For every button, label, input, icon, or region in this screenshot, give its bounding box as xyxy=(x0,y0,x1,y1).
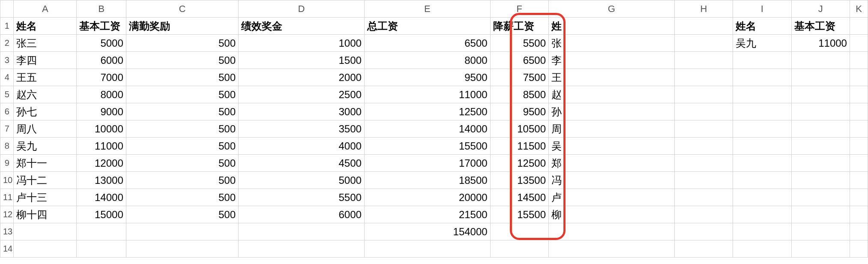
cell[interactable]: 李 xyxy=(549,52,675,69)
cell[interactable]: 500 xyxy=(126,35,238,52)
cell[interactable]: 2500 xyxy=(239,86,365,103)
cell[interactable] xyxy=(791,155,850,172)
row-9[interactable]: 9 郑十一 12000 500 4500 17000 12500 郑 xyxy=(0,155,868,172)
cell[interactable] xyxy=(490,240,548,258)
cell[interactable]: 500 xyxy=(126,103,238,120)
cell[interactable]: 吴九 xyxy=(14,138,77,155)
cell[interactable]: 15500 xyxy=(364,138,490,155)
cell[interactable] xyxy=(733,240,791,258)
row-8[interactable]: 8 吴九 11000 500 4000 15500 11500 吴 xyxy=(0,138,868,155)
cell[interactable]: 500 xyxy=(126,52,238,69)
cell[interactable] xyxy=(733,120,791,138)
cell[interactable]: 卢 xyxy=(549,189,675,206)
cell[interactable] xyxy=(239,240,365,258)
cell[interactable]: 柳 xyxy=(549,206,675,223)
row-header[interactable]: 9 xyxy=(0,155,14,172)
cell[interactable]: 8500 xyxy=(490,86,548,103)
cell[interactable]: 5500 xyxy=(490,35,548,52)
col-header-D[interactable]: D xyxy=(239,0,365,18)
cell[interactable]: 4500 xyxy=(239,155,365,172)
row-header[interactable]: 1 xyxy=(0,18,14,35)
cell-K1[interactable] xyxy=(850,18,868,35)
cell[interactable] xyxy=(126,240,238,258)
col-header-G[interactable]: G xyxy=(549,0,675,18)
cell[interactable] xyxy=(791,206,850,223)
cell[interactable] xyxy=(850,120,868,138)
cell[interactable] xyxy=(850,223,868,240)
cell-sum-total[interactable]: 154000 xyxy=(364,223,490,240)
cell[interactable]: 8000 xyxy=(77,86,126,103)
cell[interactable] xyxy=(850,240,868,258)
cell-D1[interactable]: 绩效奖金 xyxy=(239,18,365,35)
cell[interactable] xyxy=(850,103,868,120)
cell[interactable]: 5000 xyxy=(239,172,365,189)
cell[interactable]: 21500 xyxy=(364,206,490,223)
cell[interactable] xyxy=(14,240,77,258)
cell[interactable]: 5000 xyxy=(77,35,126,52)
row-header[interactable]: 10 xyxy=(0,172,14,189)
cell[interactable]: 卢十三 xyxy=(14,189,77,206)
cell[interactable] xyxy=(77,223,126,240)
cell[interactable] xyxy=(674,240,733,258)
cell[interactable] xyxy=(733,155,791,172)
cell[interactable] xyxy=(791,138,850,155)
col-header-I[interactable]: I xyxy=(733,0,791,18)
col-header-A[interactable]: A xyxy=(14,0,77,18)
cell[interactable] xyxy=(126,223,238,240)
cell[interactable] xyxy=(674,35,733,52)
cell[interactable]: 12500 xyxy=(364,103,490,120)
cell[interactable]: 8000 xyxy=(364,52,490,69)
cell[interactable] xyxy=(674,138,733,155)
cell[interactable]: 20000 xyxy=(364,189,490,206)
cell[interactable] xyxy=(791,52,850,69)
cell[interactable] xyxy=(674,52,733,69)
col-header-C[interactable]: C xyxy=(126,0,238,18)
cell[interactable] xyxy=(850,138,868,155)
cell[interactable]: 孙 xyxy=(549,103,675,120)
row-1[interactable]: 1 姓名 基本工资 满勤奖励 绩效奖金 总工资 降薪工资 姓 姓名 基本工资 xyxy=(0,18,868,35)
cell[interactable] xyxy=(364,240,490,258)
cell[interactable]: 6000 xyxy=(77,52,126,69)
cell[interactable]: 11500 xyxy=(490,138,548,155)
row-header[interactable]: 4 xyxy=(0,69,14,86)
spreadsheet[interactable]: A B C D E F G H I J K 1 姓名 基本工资 满勤奖励 绩效奖… xyxy=(0,0,868,264)
cell[interactable]: 13000 xyxy=(77,172,126,189)
cell-E1[interactable]: 总工资 xyxy=(364,18,490,35)
cell[interactable]: 冯 xyxy=(549,172,675,189)
cell[interactable]: 赵六 xyxy=(14,86,77,103)
cell[interactable] xyxy=(14,223,77,240)
cell[interactable]: 18500 xyxy=(364,172,490,189)
cell-F1[interactable]: 降薪工资 xyxy=(490,18,548,35)
row-header[interactable]: 11 xyxy=(0,189,14,206)
cell[interactable] xyxy=(674,155,733,172)
row-5[interactable]: 5 赵六 8000 500 2500 11000 8500 赵 xyxy=(0,86,868,103)
cell[interactable] xyxy=(791,189,850,206)
col-header-E[interactable]: E xyxy=(364,0,490,18)
cell[interactable] xyxy=(850,52,868,69)
cell[interactable] xyxy=(791,120,850,138)
cell[interactable]: 6500 xyxy=(364,35,490,52)
row-header[interactable]: 7 xyxy=(0,120,14,138)
cell[interactable]: 500 xyxy=(126,172,238,189)
cell-H1[interactable] xyxy=(674,18,733,35)
row-13[interactable]: 13 154000 xyxy=(0,223,868,240)
row-header[interactable]: 13 xyxy=(0,223,14,240)
cell[interactable] xyxy=(674,206,733,223)
cell[interactable] xyxy=(733,206,791,223)
cell[interactable] xyxy=(791,240,850,258)
cell[interactable]: 6500 xyxy=(490,52,548,69)
cell[interactable]: 王五 xyxy=(14,69,77,86)
cell-B1[interactable]: 基本工资 xyxy=(77,18,126,35)
cell[interactable]: 1000 xyxy=(239,35,365,52)
cell[interactable]: 郑十一 xyxy=(14,155,77,172)
cell-J1[interactable]: 基本工资 xyxy=(791,18,850,35)
row-4[interactable]: 4 王五 7000 500 2000 9500 7500 王 xyxy=(0,69,868,86)
col-header-J[interactable]: J xyxy=(791,0,850,18)
cell[interactable] xyxy=(239,223,365,240)
row-header[interactable]: 2 xyxy=(0,35,14,52)
cell[interactable] xyxy=(733,103,791,120)
cell[interactable] xyxy=(791,69,850,86)
row-2[interactable]: 2 张三 5000 500 1000 6500 5500 张 吴九 11000 xyxy=(0,35,868,52)
cell[interactable]: 14000 xyxy=(364,120,490,138)
cell[interactable]: 10500 xyxy=(490,120,548,138)
